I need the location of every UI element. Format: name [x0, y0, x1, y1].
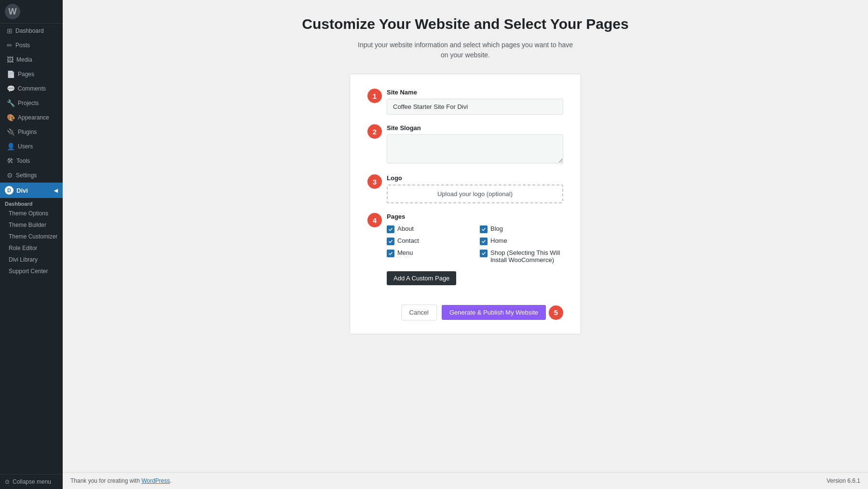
step4-row: 4 Pages About — [367, 213, 563, 295]
divi-submenu-item-support-center[interactable]: Support Center — [0, 265, 63, 277]
sidebar-item-settings[interactable]: ⚙ Settings — [0, 168, 63, 183]
upload-logo-button[interactable]: Upload your logo (optional) — [387, 185, 563, 203]
sidebar-item-media[interactable]: 🖼 Media — [0, 53, 63, 67]
wordpress-link[interactable]: WordPress — [141, 477, 170, 484]
site-slogan-input[interactable] — [387, 134, 563, 163]
comments-icon: 💬 — [7, 85, 15, 93]
footer-credit: Thank you for creating with WordPress. — [70, 477, 172, 484]
step5-badge: 5 — [549, 305, 563, 320]
divi-arrow-icon: ◀ — [54, 188, 58, 193]
page-subtitle: Input your website information and selec… — [354, 40, 576, 60]
sidebar-item-pages[interactable]: 📄 Pages — [0, 67, 63, 81]
divi-submenu-item-theme-builder[interactable]: Theme Builder — [0, 219, 63, 231]
posts-icon: ✏ — [7, 41, 13, 49]
page-label-blog: Blog — [490, 225, 503, 232]
divi-section: D Divi ◀ Dashboard Theme Options Theme B… — [0, 183, 63, 277]
divi-submenu-item-role-editor[interactable]: Role Editor — [0, 242, 63, 254]
step3-content: Logo Upload your logo (optional) — [387, 174, 563, 203]
step3-badge: 3 — [367, 174, 382, 189]
check-icon-contact — [387, 238, 394, 245]
step1-badge: 1 — [367, 89, 382, 103]
sidebar-nav: ⊞ Dashboard ✏ Posts 🖼 Media 📄 Pages 💬 Co… — [0, 24, 63, 474]
check-icon-shop — [480, 250, 488, 257]
page-check-shop[interactable]: Shop (Selecting This Will Install WooCom… — [480, 249, 563, 264]
main-content-area: Customize Your Website and Select Your P… — [63, 0, 868, 489]
divi-menu-header[interactable]: D Divi ◀ — [0, 183, 63, 198]
site-name-label: Site Name — [387, 89, 563, 96]
sidebar-item-comments[interactable]: 💬 Comments — [0, 81, 63, 96]
site-name-input[interactable] — [387, 99, 563, 115]
page-label-shop: Shop (Selecting This Will Install WooCom… — [490, 249, 563, 264]
check-icon-menu — [387, 250, 394, 257]
page-check-blog[interactable]: Blog — [480, 225, 563, 233]
page-check-home[interactable]: Home — [480, 237, 563, 245]
divi-submenu: Dashboard Theme Options Theme Builder Th… — [0, 198, 63, 277]
plugins-icon: 🔌 — [7, 128, 15, 136]
dashboard-icon: ⊞ — [7, 27, 13, 35]
sidebar-item-posts[interactable]: ✏ Posts — [0, 38, 63, 53]
divi-submenu-item-divi-library[interactable]: Divi Library — [0, 254, 63, 265]
step2-content: Site Slogan — [387, 124, 563, 165]
check-icon-blog — [480, 225, 488, 233]
pages-label: Pages — [387, 213, 563, 220]
page-label-about: About — [397, 225, 414, 232]
tools-icon: 🛠 — [7, 157, 14, 165]
step2-badge: 2 — [367, 124, 382, 139]
sidebar-item-tools[interactable]: 🛠 Tools — [0, 154, 63, 168]
main-card: 1 Site Name 2 Site Slogan 3 Logo — [350, 74, 581, 334]
page-check-menu[interactable]: Menu — [387, 249, 470, 264]
divi-submenu-item-theme-customizer[interactable]: Theme Customizer — [0, 231, 63, 242]
step3-row: 3 Logo Upload your logo (optional) — [367, 174, 563, 203]
settings-icon: ⚙ — [7, 172, 13, 179]
sidebar-item-appearance[interactable]: 🎨 Appearance — [0, 110, 63, 125]
cancel-button[interactable]: Cancel — [401, 304, 437, 320]
pages-icon: 📄 — [7, 70, 15, 78]
sidebar-item-dashboard[interactable]: ⊞ Dashboard — [0, 24, 63, 38]
sidebar-item-users[interactable]: 👤 Users — [0, 139, 63, 154]
step2-row: 2 Site Slogan — [367, 124, 563, 165]
footer-version: Version 6.6.1 — [827, 477, 860, 484]
sidebar: W ⊞ Dashboard ✏ Posts 🖼 Media 📄 Pages 💬 … — [0, 0, 63, 489]
media-icon: 🖼 — [7, 56, 14, 64]
sidebar-logo: W — [0, 0, 63, 24]
step4-content: Pages About — [387, 213, 563, 295]
check-icon-home — [480, 238, 488, 245]
page-label-menu: Menu — [397, 249, 413, 256]
footer-bar: Thank you for creating with WordPress. V… — [63, 472, 868, 489]
check-icon-about — [387, 225, 394, 233]
step1-row: 1 Site Name — [367, 89, 563, 115]
users-icon: 👤 — [7, 143, 15, 150]
step4-badge: 4 — [367, 213, 382, 227]
generate-publish-button[interactable]: Generate & Publish My Website — [442, 305, 546, 320]
divi-icon: D — [5, 186, 14, 195]
page-check-contact[interactable]: Contact — [387, 237, 470, 245]
sidebar-item-plugins[interactable]: 🔌 Plugins — [0, 125, 63, 139]
card-footer: Cancel Generate & Publish My Website 5 — [367, 304, 563, 320]
projects-icon: 🔧 — [7, 99, 15, 107]
generate-wrap: Generate & Publish My Website 5 — [442, 305, 563, 320]
page-check-about[interactable]: About — [387, 225, 470, 233]
wp-icon: W — [5, 4, 20, 19]
collapse-icon: ⊙ — [5, 478, 10, 485]
appearance-icon: 🎨 — [7, 114, 15, 121]
site-slogan-label: Site Slogan — [387, 124, 563, 132]
page-label-contact: Contact — [397, 237, 419, 244]
page-label-home: Home — [490, 237, 507, 244]
divi-submenu-item-theme-options[interactable]: Theme Options — [0, 208, 63, 219]
add-custom-page-button[interactable]: Add A Custom Page — [387, 271, 456, 285]
logo-label: Logo — [387, 174, 563, 182]
main-content: Customize Your Website and Select Your P… — [63, 0, 868, 472]
sidebar-item-projects[interactable]: 🔧 Projects — [0, 96, 63, 110]
collapse-menu-button[interactable]: ⊙ Collapse menu — [0, 474, 63, 489]
pages-grid: About Blog — [387, 225, 563, 264]
page-title: Customize Your Website and Select Your P… — [302, 14, 628, 33]
step1-content: Site Name — [387, 89, 563, 115]
